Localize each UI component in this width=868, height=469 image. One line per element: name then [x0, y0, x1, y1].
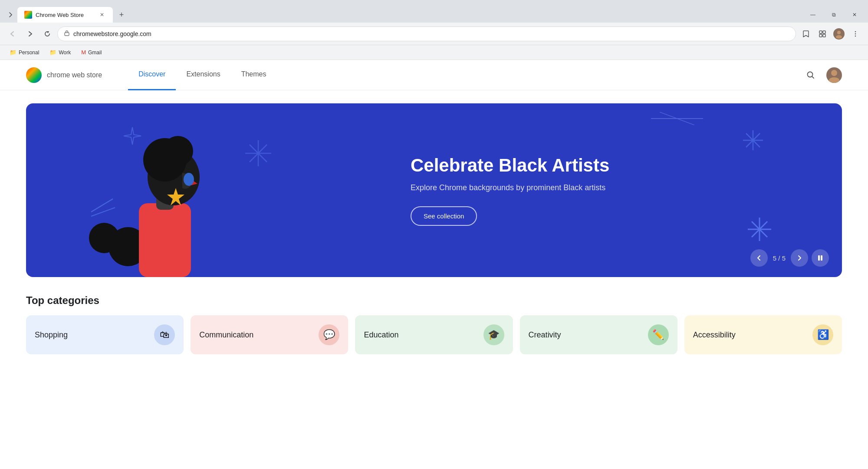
- categories-title: Top categories: [26, 294, 842, 307]
- bookmark-gmail-label: Gmail: [88, 50, 102, 56]
- tab-scroll-button[interactable]: [3, 7, 17, 23]
- category-communication[interactable]: Communication 💬: [191, 315, 348, 354]
- bookmark-work-label: Work: [59, 50, 71, 56]
- communication-icon: 💬: [319, 324, 339, 345]
- carousel-next-button[interactable]: [791, 249, 808, 267]
- close-button[interactable]: ✕: [845, 7, 865, 23]
- svg-rect-1: [819, 31, 822, 33]
- cws-logo-icon: [26, 67, 42, 83]
- back-button[interactable]: [5, 26, 20, 41]
- security-icon: [64, 30, 70, 37]
- category-accessibility[interactable]: Accessibility ♿: [684, 315, 842, 354]
- reload-button[interactable]: [40, 26, 55, 41]
- address-text: chromewebstore.google.com: [73, 30, 789, 37]
- svg-point-12: [829, 77, 839, 83]
- tab-favicon: [24, 11, 32, 19]
- cws-logo-text: chrome web store: [47, 71, 102, 79]
- carousel-pause-button[interactable]: [812, 249, 829, 267]
- toolbar-actions: [799, 26, 863, 41]
- svg-point-11: [831, 70, 837, 76]
- bookmark-personal[interactable]: 📁 Personal: [5, 47, 43, 57]
- creativity-icon: ✏️: [648, 324, 669, 345]
- see-collection-button[interactable]: See collection: [411, 206, 477, 226]
- hero-content: Celebrate Black Artists Explore Chrome b…: [393, 155, 842, 226]
- minimize-button[interactable]: —: [803, 7, 823, 23]
- new-tab-button[interactable]: +: [115, 7, 128, 23]
- profile-button[interactable]: [832, 26, 846, 41]
- page-content: chrome web store Discover Extensions The…: [0, 60, 868, 469]
- menu-button[interactable]: [848, 26, 863, 41]
- search-button[interactable]: [802, 66, 819, 84]
- svg-rect-4: [823, 34, 825, 37]
- address-bar[interactable]: chromewebstore.google.com: [57, 26, 796, 41]
- svg-point-7: [855, 31, 856, 32]
- shopping-icon: 🛍: [154, 324, 175, 345]
- svg-rect-0: [65, 33, 69, 36]
- active-tab[interactable]: Chrome Web Store ✕: [17, 7, 113, 23]
- svg-point-9: [855, 35, 856, 36]
- cws-navigation: Discover Extensions Themes: [128, 60, 276, 90]
- folder-icon: 📁: [10, 49, 16, 56]
- svg-rect-31: [139, 203, 191, 277]
- carousel-controls: 5 / 5: [750, 249, 829, 267]
- extensions-button[interactable]: [815, 26, 830, 41]
- tab-close-button[interactable]: ✕: [98, 11, 106, 19]
- gmail-icon: M: [81, 49, 86, 56]
- bookmark-personal-label: Personal: [19, 50, 39, 56]
- cws-header-actions: [802, 66, 842, 84]
- accessibility-icon: ♿: [812, 324, 833, 345]
- cws-logo[interactable]: chrome web store: [26, 67, 102, 83]
- svg-rect-3: [819, 34, 822, 37]
- bookmark-gmail[interactable]: M Gmail: [77, 47, 106, 57]
- profile-avatar: [833, 28, 845, 40]
- forward-button[interactable]: [23, 26, 37, 41]
- hero-section: Celebrate Black Artists Explore Chrome b…: [0, 90, 868, 290]
- hero-title: Celebrate Black Artists: [411, 155, 807, 176]
- category-shopping[interactable]: Shopping 🛍: [26, 315, 184, 354]
- tab-title: Chrome Web Store: [36, 12, 95, 18]
- user-avatar[interactable]: [826, 67, 842, 83]
- cws-header: chrome web store Discover Extensions The…: [0, 60, 868, 90]
- svg-rect-41: [818, 255, 820, 261]
- education-icon: 🎓: [483, 324, 504, 345]
- categories-grid: Shopping 🛍 Communication 💬 Education 🎓 C…: [26, 315, 842, 354]
- categories-section: Top categories Shopping 🛍 Communication …: [0, 290, 868, 363]
- category-education[interactable]: Education 🎓: [355, 315, 513, 354]
- carousel-counter: 5 / 5: [771, 254, 787, 262]
- svg-rect-2: [823, 31, 825, 33]
- svg-point-35: [163, 136, 193, 166]
- folder-icon: 📁: [49, 49, 56, 56]
- svg-line-40: [91, 208, 115, 216]
- svg-point-8: [855, 33, 856, 34]
- nav-themes[interactable]: Themes: [231, 60, 277, 90]
- svg-rect-42: [821, 255, 822, 261]
- bookmarks-bar: 📁 Personal 📁 Work M Gmail: [0, 45, 868, 60]
- svg-point-6: [836, 35, 842, 39]
- maximize-button[interactable]: ⧉: [824, 7, 844, 23]
- carousel-prev-button[interactable]: [750, 249, 768, 267]
- nav-discover[interactable]: Discover: [128, 60, 176, 90]
- deco-lines: [651, 112, 703, 125]
- deco-star-2: [742, 129, 764, 151]
- hero-subtitle: Explore Chrome backgrounds by prominent …: [411, 183, 807, 192]
- svg-point-5: [837, 31, 841, 34]
- category-creativity[interactable]: Creativity ✏️: [520, 315, 677, 354]
- hero-illustration: [52, 103, 278, 277]
- browser-toolbar: chromewebstore.google.com: [0, 23, 868, 45]
- svg-point-38: [184, 173, 194, 186]
- nav-extensions[interactable]: Extensions: [176, 60, 230, 90]
- tab-bar: Chrome Web Store ✕ + — ⧉ ✕: [0, 0, 868, 23]
- bookmark-work[interactable]: 📁 Work: [45, 47, 75, 57]
- window-controls: — ⧉ ✕: [803, 7, 868, 23]
- hero-banner: Celebrate Black Artists Explore Chrome b…: [26, 103, 842, 277]
- bookmark-button[interactable]: [799, 26, 813, 41]
